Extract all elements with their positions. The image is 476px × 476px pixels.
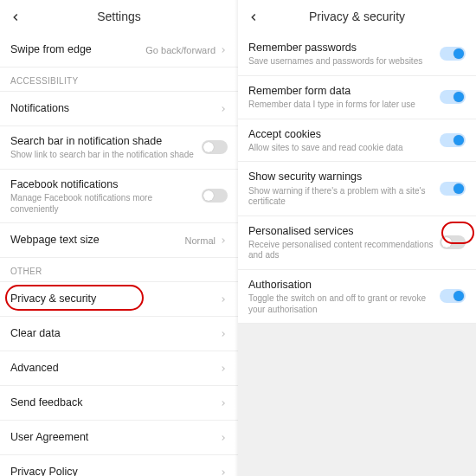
list-item[interactable]: Send feedback	[0, 386, 238, 421]
row-label: Webpage text size	[10, 233, 185, 247]
row-label: Remember passwords	[248, 41, 440, 55]
chevron-right-icon	[219, 468, 228, 477]
chevron-right-icon	[219, 330, 228, 338]
toggle-switch[interactable]	[440, 90, 466, 104]
empty-space	[238, 324, 476, 476]
row-label: User Agreement	[10, 430, 219, 444]
row-label: Swipe from edge	[10, 42, 145, 56]
row-label: Personalised services	[248, 224, 440, 238]
page-title: Privacy & security	[309, 10, 405, 23]
row-main: Webpage text size	[10, 233, 185, 247]
privacy-list: Remember passwordsSave usernames and pas…	[238, 33, 476, 324]
row-subtitle: Save usernames and passwords for website…	[248, 56, 440, 68]
row-label: Show security warnings	[248, 170, 440, 183]
row-subtitle: Toggle the switch on and off to grant or…	[248, 293, 440, 315]
toggle-switch[interactable]	[202, 140, 228, 154]
chevron-right-icon	[219, 364, 228, 373]
list-item[interactable]: User Agreement	[0, 421, 238, 455]
row-subtitle: Show link to search bar in the notificat…	[10, 150, 202, 161]
list-item[interactable]: Show security warningsShow warning if th…	[238, 162, 476, 215]
row-main: Accept cookiesAllow sites to save and re…	[248, 127, 440, 154]
back-button[interactable]	[243, 7, 264, 28]
list-item[interactable]: Personalised servicesReceive personalise…	[238, 216, 476, 270]
chevron-left-icon	[248, 11, 260, 23]
row-subtitle: Receive personalised content recommendat…	[248, 240, 440, 261]
settings-screen: Settings Swipe from edgeGo back/forwardA…	[0, 0, 238, 476]
row-main: Send feedback	[10, 396, 219, 409]
row-main: AuthorisationToggle the switch on and of…	[248, 278, 440, 315]
section-header: ACCESSIBILITY	[0, 68, 238, 92]
row-main: Remember passwordsSave usernames and pas…	[248, 41, 440, 68]
row-subtitle: Allow sites to save and read cookie data	[248, 143, 440, 154]
toggle-switch[interactable]	[202, 189, 228, 203]
section-header: OTHER	[0, 258, 238, 282]
row-main: Clear data	[10, 326, 219, 340]
list-item[interactable]: Clear data	[0, 317, 238, 351]
row-label: Privacy & security	[10, 292, 219, 306]
privacy-screen: Privacy & security Remember passwordsSav…	[238, 0, 476, 476]
row-subtitle: Manage Facebook notifications more conve…	[10, 193, 202, 215]
list-item[interactable]: Privacy Policy	[0, 455, 238, 476]
toggle-switch[interactable]	[440, 133, 466, 147]
chevron-right-icon	[219, 105, 228, 113]
row-main: User Agreement	[10, 430, 219, 444]
toggle-switch[interactable]	[440, 47, 466, 61]
row-label: Search bar in notification shade	[10, 134, 202, 148]
chevron-right-icon	[219, 399, 228, 408]
row-subtitle: Show warning if there's a problem with a…	[248, 186, 440, 208]
row-value: Normal	[185, 235, 215, 246]
chevron-right-icon	[219, 434, 228, 442]
row-main: Notifications	[10, 101, 219, 115]
row-main: Remember form dataRemember data I type i…	[248, 84, 440, 111]
list-item[interactable]: Remember form dataRemember data I type i…	[238, 76, 476, 119]
list-item[interactable]: Accept cookiesAllow sites to save and re…	[238, 119, 476, 163]
privacy-header: Privacy & security	[238, 0, 476, 33]
row-main: Privacy Policy	[10, 465, 219, 476]
row-main: Facebook notificationsManage Facebook no…	[10, 177, 202, 215]
row-label: Facebook notifications	[10, 177, 202, 191]
back-button[interactable]	[5, 7, 26, 28]
row-main: Personalised servicesReceive personalise…	[248, 224, 440, 261]
row-label: Accept cookies	[248, 127, 440, 141]
row-main: Search bar in notification shadeShow lin…	[10, 134, 202, 161]
row-main: Privacy & security	[10, 292, 219, 306]
row-label: Remember form data	[248, 84, 440, 98]
row-main: Show security warningsShow warning if th…	[248, 170, 440, 207]
chevron-left-icon	[10, 11, 22, 23]
settings-header: Settings	[0, 0, 238, 33]
row-label: Clear data	[10, 326, 219, 340]
settings-list: Swipe from edgeGo back/forwardACCESSIBIL…	[0, 33, 238, 476]
chevron-right-icon	[219, 295, 228, 304]
row-subtitle: Remember data I type in forms for later …	[248, 100, 440, 111]
list-item[interactable]: Search bar in notification shadeShow lin…	[0, 126, 238, 170]
chevron-right-icon	[219, 236, 228, 245]
chevron-right-icon	[219, 46, 228, 55]
toggle-switch[interactable]	[440, 289, 466, 303]
list-item[interactable]: Remember passwordsSave usernames and pas…	[238, 33, 476, 76]
list-item[interactable]: Privacy & security	[0, 282, 238, 317]
list-item[interactable]: Swipe from edgeGo back/forward	[0, 33, 238, 68]
screens-container: Settings Swipe from edgeGo back/forwardA…	[0, 0, 476, 476]
list-item[interactable]: Facebook notificationsManage Facebook no…	[0, 170, 238, 223]
toggle-switch[interactable]	[440, 235, 466, 249]
row-main: Advanced	[10, 361, 219, 375]
row-value: Go back/forward	[145, 45, 215, 55]
list-item[interactable]: Advanced	[0, 351, 238, 386]
page-title: Settings	[97, 10, 141, 23]
row-label: Notifications	[10, 101, 219, 115]
list-item[interactable]: AuthorisationToggle the switch on and of…	[238, 270, 476, 324]
row-main: Swipe from edge	[10, 42, 145, 56]
row-label: Privacy Policy	[10, 465, 219, 476]
list-item[interactable]: Webpage text sizeNormal	[0, 223, 238, 258]
row-label: Authorisation	[248, 278, 440, 292]
list-item[interactable]: Notifications	[0, 92, 238, 126]
row-label: Advanced	[10, 361, 219, 375]
toggle-switch[interactable]	[440, 182, 466, 196]
row-label: Send feedback	[10, 396, 219, 409]
